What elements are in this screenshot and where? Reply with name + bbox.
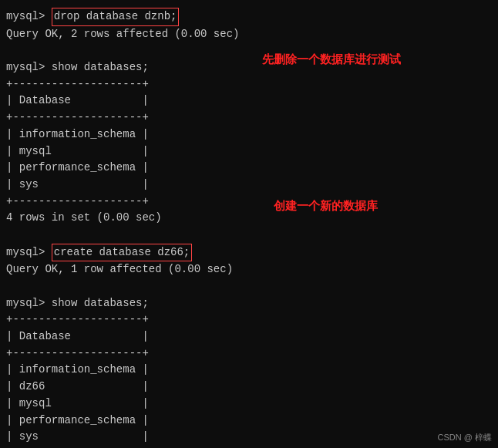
output-line: | performance_schema | [6, 413, 492, 429]
command-line: mysql> drop database dznb; [6, 8, 492, 26]
output-line: | performance_schema | [6, 160, 492, 177]
blank-line [6, 227, 492, 244]
command-text: show databases; [52, 59, 149, 76]
command-line: mysql> show databases; [6, 59, 492, 76]
output-line: Query OK, 2 rows affected (0.00 sec) [6, 26, 492, 43]
output-line: | mysql | [6, 143, 492, 160]
highlighted-command: create database dz66; [52, 244, 192, 262]
prompt: mysql> [6, 244, 52, 261]
command-line: mysql> show databases; [6, 295, 492, 312]
output-line: | Database | [6, 328, 492, 345]
command-text: show databases; [52, 295, 149, 312]
highlighted-command: drop database dznb; [52, 8, 180, 26]
output-line: | sys | [6, 177, 492, 194]
prompt: mysql> [6, 295, 52, 312]
output-line: +--------------------+ [6, 76, 492, 93]
command-line: mysql> create database dz66; [6, 244, 492, 262]
prompt: mysql> [6, 8, 52, 25]
output-line: | information_schema | [6, 126, 492, 143]
output-line: +--------------------+ [6, 194, 492, 211]
output-line: | information_schema | [6, 362, 492, 379]
annotation-2: 创建一个新的数据库 [274, 199, 378, 214]
blank-line [6, 42, 492, 59]
output-line: | mysql | [6, 396, 492, 413]
output-line: | dz66 | [6, 379, 492, 396]
terminal-window: mysql> drop database dznb;Query OK, 2 ro… [0, 0, 498, 448]
blank-line [6, 278, 492, 295]
prompt: mysql> [6, 59, 52, 76]
output-line: | sys | [6, 429, 492, 446]
annotation-1: 先删除一个数据库进行测试 [262, 52, 401, 67]
output-line: Query OK, 1 row affected (0.00 sec) [6, 261, 492, 278]
output-line: 4 rows in set (0.00 sec) [6, 210, 492, 227]
output-line: +--------------------+ [6, 345, 492, 362]
output-line: +--------------------+ [6, 312, 492, 328]
output-line: | Database | [6, 93, 492, 109]
watermark: CSDN @ 梓蝶 [438, 432, 492, 443]
output-line: +--------------------+ [6, 109, 492, 126]
